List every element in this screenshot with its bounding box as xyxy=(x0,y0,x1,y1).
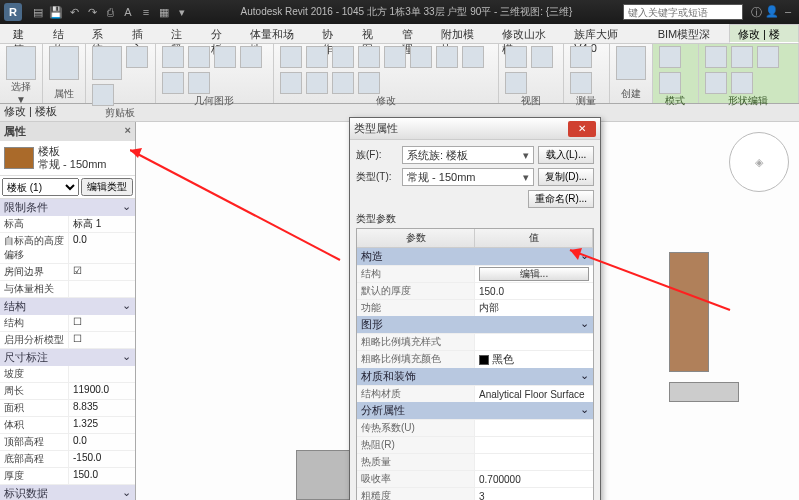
param-value[interactable]: 3 xyxy=(475,488,593,500)
ribbon-tool-icon[interactable] xyxy=(659,72,681,94)
param-value[interactable]: 编辑... xyxy=(475,266,593,282)
ribbon-tool-icon[interactable] xyxy=(731,72,753,94)
ribbon-tool-icon[interactable] xyxy=(505,46,527,68)
param-value[interactable] xyxy=(475,420,593,436)
param-group-header[interactable]: 分析属性⌄ xyxy=(357,402,593,419)
ribbon-tab[interactable]: BIM模型深化 xyxy=(649,24,729,43)
close-icon[interactable]: × xyxy=(125,124,131,139)
load-button[interactable]: 载入(L)... xyxy=(538,146,594,164)
param-value[interactable]: 内部 xyxy=(475,300,593,316)
ribbon-tool-icon[interactable] xyxy=(462,46,484,68)
property-value[interactable]: 1.325 xyxy=(68,417,135,433)
ribbon-tool-icon[interactable] xyxy=(705,72,727,94)
property-value[interactable] xyxy=(68,366,135,382)
property-value[interactable]: ☐ xyxy=(68,332,135,348)
user-icon[interactable]: 👤 xyxy=(765,5,779,20)
property-value[interactable]: 8.835 xyxy=(68,400,135,416)
dialog-titlebar[interactable]: 类型属性 ✕ xyxy=(350,118,600,140)
property-row[interactable]: 面积8.835 xyxy=(0,400,135,417)
property-row[interactable]: 自标高的高度偏移0.0 xyxy=(0,233,135,264)
ribbon-tool-icon[interactable] xyxy=(92,46,122,80)
qat-undo-icon[interactable]: ↶ xyxy=(66,4,82,20)
property-row[interactable]: 顶部高程0.0 xyxy=(0,434,135,451)
property-value[interactable]: ☑ xyxy=(68,264,135,280)
param-value[interactable]: 150.0 xyxy=(475,283,593,299)
type-dropdown[interactable]: 常规 - 150mm▾ xyxy=(402,168,534,186)
ribbon-tool-icon[interactable] xyxy=(570,46,592,68)
param-value[interactable] xyxy=(475,454,593,470)
property-row[interactable]: 房间边界☑ xyxy=(0,264,135,281)
ribbon-tab[interactable]: 分析 xyxy=(202,24,242,43)
ribbon-tool-icon[interactable] xyxy=(531,46,553,68)
ribbon-tab[interactable]: 插入 xyxy=(123,24,163,43)
ribbon-tool-icon[interactable] xyxy=(705,46,727,68)
property-row[interactable]: 坡度 xyxy=(0,366,135,383)
ribbon-tool-icon[interactable] xyxy=(570,72,592,94)
qat-print-icon[interactable]: ⎙ xyxy=(102,4,118,20)
qat-dropdown-icon[interactable]: ▾ xyxy=(174,4,190,20)
param-group-header[interactable]: 材质和装饰⌄ xyxy=(357,368,593,385)
property-value[interactable]: 11900.0 xyxy=(68,383,135,399)
property-group-header[interactable]: 限制条件⌄ xyxy=(0,199,135,216)
property-row[interactable]: 结构☐ xyxy=(0,315,135,332)
property-row[interactable]: 底部高程-150.0 xyxy=(0,451,135,468)
param-value[interactable]: 0.700000 xyxy=(475,471,593,487)
ribbon-tool-icon[interactable] xyxy=(214,46,236,68)
copy-button[interactable]: 复制(D)... xyxy=(538,168,594,186)
qat-open-icon[interactable]: ▤ xyxy=(30,4,46,20)
ribbon-tool-icon[interactable] xyxy=(162,72,184,94)
qat-more-icon[interactable]: A xyxy=(120,4,136,20)
ribbon-tool-icon[interactable] xyxy=(6,46,36,80)
ribbon-tool-icon[interactable] xyxy=(188,46,210,68)
rename-button[interactable]: 重命名(R)... xyxy=(528,190,594,208)
param-value[interactable] xyxy=(475,334,593,350)
info-icon[interactable]: ⓘ xyxy=(749,5,763,20)
ribbon-tab[interactable]: 体量和场地 xyxy=(241,24,313,43)
ribbon-tab[interactable]: 视图 xyxy=(353,24,393,43)
ribbon-tab[interactable]: 附加模块 xyxy=(432,24,493,43)
ribbon-tool-icon[interactable] xyxy=(332,72,354,94)
model-element[interactable] xyxy=(669,252,709,372)
help-search-input[interactable] xyxy=(623,4,743,20)
property-value[interactable] xyxy=(68,281,135,297)
edit-type-button[interactable]: 编辑类型 xyxy=(81,178,133,196)
qat-save-icon[interactable]: 💾 xyxy=(48,4,64,20)
qat-icon[interactable]: ≡ xyxy=(138,4,154,20)
type-thumbnail-row[interactable]: 楼板 常规 - 150mm xyxy=(0,141,135,175)
param-value[interactable] xyxy=(475,437,593,453)
qat-redo-icon[interactable]: ↷ xyxy=(84,4,100,20)
ribbon-tab[interactable]: 结构 xyxy=(44,24,84,43)
ribbon-tool-icon[interactable] xyxy=(731,46,753,68)
property-row[interactable]: 与体量相关 xyxy=(0,281,135,298)
ribbon-tool-icon[interactable] xyxy=(188,72,210,94)
param-value[interactable]: 黑色 xyxy=(475,351,593,368)
ribbon-tool-icon[interactable] xyxy=(306,72,328,94)
property-value[interactable]: ☐ xyxy=(68,315,135,331)
ribbon-tab[interactable]: 族库大师V4.0 xyxy=(565,24,648,43)
ribbon-tool-icon[interactable] xyxy=(92,84,114,106)
property-group-header[interactable]: 尺寸标注⌄ xyxy=(0,349,135,366)
property-row[interactable]: 体积1.325 xyxy=(0,417,135,434)
element-selector[interactable]: 楼板 (1) xyxy=(2,178,79,196)
ribbon-tool-icon[interactable] xyxy=(358,72,380,94)
param-group-header[interactable]: 构造⌄ xyxy=(357,248,593,265)
ribbon-tab[interactable]: 修改 | 楼板 xyxy=(729,24,799,43)
param-value[interactable]: Analytical Floor Surface xyxy=(475,386,593,402)
property-row[interactable]: 标高标高 1 xyxy=(0,216,135,233)
ribbon-tool-icon[interactable] xyxy=(384,46,406,68)
minimize-icon[interactable]: – xyxy=(781,5,795,20)
ribbon-tool-icon[interactable] xyxy=(306,46,328,68)
ribbon-tool-icon[interactable] xyxy=(410,46,432,68)
ribbon-tool-icon[interactable] xyxy=(358,46,380,68)
qat-icon[interactable]: ▦ xyxy=(156,4,172,20)
dialog-close-button[interactable]: ✕ xyxy=(568,121,596,137)
ribbon-tool-icon[interactable] xyxy=(757,46,779,68)
param-group-header[interactable]: 图形⌄ xyxy=(357,316,593,333)
ribbon-tool-icon[interactable] xyxy=(659,46,681,68)
property-value[interactable]: -150.0 xyxy=(68,451,135,467)
ribbon-tab[interactable]: 建筑 xyxy=(4,24,44,43)
ribbon-tool-icon[interactable] xyxy=(280,72,302,94)
ribbon-tab[interactable]: 协作 xyxy=(313,24,353,43)
property-value[interactable]: 0.0 xyxy=(68,233,135,263)
ribbon-tab[interactable]: 管理 xyxy=(393,24,433,43)
